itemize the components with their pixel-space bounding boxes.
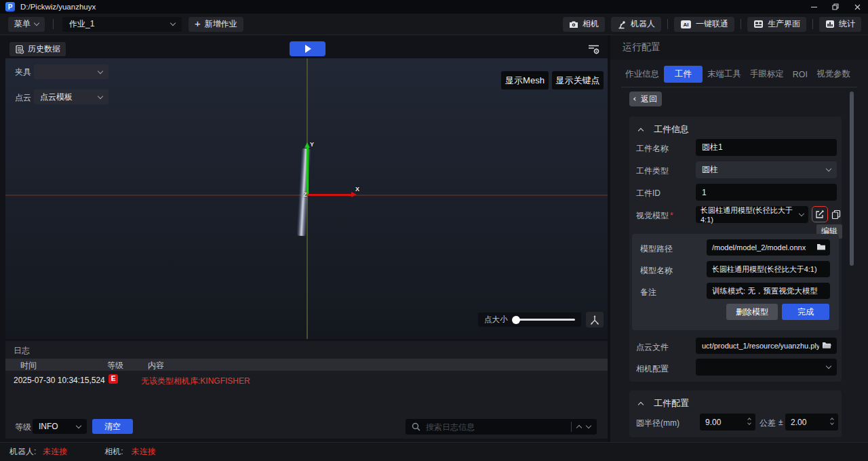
model-note-input[interactable]	[707, 283, 830, 299]
workpiece-info-section: 工件信息 工件名称 工件类型 圆柱 工件ID 视觉模型* 长圆柱通用模型(长径比…	[629, 117, 842, 382]
filter-gear-icon	[587, 43, 600, 55]
ai-icon: AI	[680, 20, 692, 29]
new-job-label: 新增作业	[205, 18, 237, 30]
search-prev-button[interactable]	[576, 425, 582, 430]
delete-model-button[interactable]: 删除模型	[726, 304, 778, 320]
model-note-label: 备注	[640, 287, 656, 298]
log-controls: 等级 INFO 清空	[5, 419, 608, 435]
camera-icon	[569, 20, 578, 28]
plus-icon: +	[195, 18, 201, 29]
clear-log-button[interactable]: 清空	[92, 419, 133, 434]
log-col-level: 等级	[107, 360, 123, 372]
display-settings-button[interactable]	[585, 41, 602, 57]
workpiece-config-title: 工件配置	[654, 397, 689, 409]
tab-vision-params[interactable]: 视觉参数	[812, 66, 854, 83]
workpiece-type-select[interactable]: 圆柱	[696, 161, 837, 178]
camera-status-label: 相机:	[104, 446, 123, 458]
tab-roi[interactable]: ROI	[789, 67, 812, 82]
log-level-select[interactable]: INFO	[33, 419, 87, 434]
fixture-select[interactable]	[34, 64, 108, 79]
name-label: 工件名称	[636, 143, 669, 155]
chevron-down-icon	[98, 68, 103, 73]
divider	[741, 19, 741, 29]
radius-input[interactable]	[705, 414, 743, 430]
divider	[53, 19, 54, 29]
collapse-icon[interactable]	[638, 127, 644, 133]
tolerance-spinner[interactable]	[785, 414, 838, 430]
job-select[interactable]: 作业_1	[62, 17, 182, 32]
browse-pointcloud-file-button[interactable]	[822, 341, 832, 351]
show-keypoints-button[interactable]: 显示关键点	[552, 71, 604, 89]
radius-label: 圆半径(mm)	[636, 418, 679, 429]
app-window: P D:/Pickwiz/yuanzhuyx 菜单 作业_1 + 新增作业	[0, 0, 868, 461]
decrement-icon[interactable]	[830, 421, 834, 425]
tolerance-input[interactable]	[791, 414, 828, 430]
camera-label: 相机	[583, 18, 599, 30]
menu-label: 菜单	[14, 18, 31, 30]
decrement-icon[interactable]	[747, 421, 751, 425]
close-icon	[854, 4, 861, 10]
back-button[interactable]: 返回	[629, 92, 662, 106]
point-size-slider[interactable]	[513, 319, 576, 321]
tolerance-label: 公差	[760, 418, 776, 429]
new-job-button[interactable]: + 新增作业	[189, 17, 243, 32]
minimize-button[interactable]	[803, 0, 825, 14]
camera-config-label: 相机配置	[636, 363, 669, 375]
robot-button[interactable]: 机器人	[611, 17, 661, 32]
main-toolbar: 菜单 作业_1 + 新增作业 相机 机器人 AI 一键联通	[0, 14, 868, 35]
log-level-badge: E	[108, 374, 118, 384]
done-button[interactable]: 完成	[782, 304, 829, 320]
workpiece-id-input[interactable]	[696, 184, 837, 201]
pointcloud-select[interactable]: 点云模板	[34, 89, 108, 104]
chevron-down-icon	[826, 166, 831, 172]
model-name-input[interactable]	[707, 261, 830, 277]
model-name-label: 模型名称	[640, 265, 673, 277]
copy-model-button[interactable]	[830, 207, 842, 221]
tab-hand-eye-calib[interactable]: 手眼标定	[746, 66, 788, 83]
chevron-left-icon	[633, 97, 637, 101]
show-mesh-button[interactable]: 显示Mesh	[501, 71, 549, 89]
radius-spinner[interactable]	[700, 414, 755, 430]
camera-button[interactable]: 相机	[563, 17, 605, 32]
vision-model-select[interactable]: 长圆柱通用模型(长径比大于4:1)	[696, 206, 808, 223]
history-data-button[interactable]: 历史数据	[9, 42, 66, 56]
divider	[812, 19, 813, 29]
panel-scrollbar[interactable]	[850, 92, 854, 266]
edit-model-button[interactable]	[812, 206, 828, 222]
log-search-input[interactable]	[426, 422, 566, 432]
svg-text:AI: AI	[684, 22, 689, 28]
menu-button[interactable]: 菜单	[8, 17, 45, 32]
axis-view-button[interactable]	[586, 312, 604, 327]
pointcloud-file-input[interactable]	[696, 338, 837, 354]
y-axis-arrowhead	[304, 142, 310, 148]
workpiece-type-value: 圆柱	[702, 164, 718, 176]
tab-job-info[interactable]: 作业信息	[621, 66, 663, 83]
one-key-link-button[interactable]: AI 一键联通	[674, 17, 734, 32]
collapse-icon[interactable]	[638, 401, 644, 407]
search-next-button[interactable]	[586, 422, 591, 428]
copy-icon	[831, 209, 841, 220]
model-path-input[interactable]	[707, 239, 830, 256]
stats-button[interactable]: 统计	[819, 17, 861, 32]
production-ui-button[interactable]: 生产界面	[747, 17, 806, 32]
play-button[interactable]	[290, 41, 326, 56]
app-logo-icon: P	[5, 2, 15, 12]
config-tabs: 作业信息 工件 末端工具 手眼标定 ROI 视觉参数	[621, 66, 854, 82]
plus-minus-sign: ±	[778, 418, 783, 427]
back-label: 返回	[641, 94, 657, 105]
camera-config-select[interactable]	[696, 359, 837, 376]
tab-workpiece[interactable]: 工件	[664, 66, 703, 83]
close-button[interactable]	[846, 0, 868, 14]
3d-viewport[interactable]: 夹具 点云 点云模板 显示Mesh 显示关键点 X Y Z 点大小	[5, 58, 608, 339]
log-row[interactable]: 2025-07-30 10:34:15,524 E 无该类型相机库:KINGFI…	[5, 374, 608, 385]
title-bar: P D:/Pickwiz/yuanzhuyx	[0, 0, 868, 14]
restore-button[interactable]	[825, 0, 846, 14]
browse-model-path-button[interactable]	[816, 243, 826, 253]
bar-chart-icon	[825, 20, 835, 28]
tab-end-tool[interactable]: 末端工具	[703, 66, 745, 83]
slider-thumb[interactable]	[512, 316, 520, 324]
run-config-header: 运行配置	[610, 35, 868, 60]
required-mark: *	[670, 211, 673, 220]
workpiece-name-input[interactable]	[696, 139, 837, 156]
chevron-down-icon	[826, 363, 831, 369]
